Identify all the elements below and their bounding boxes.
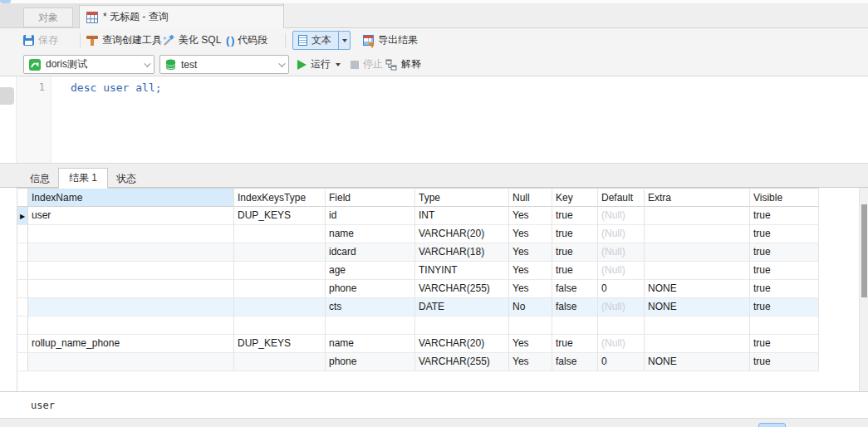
grid-column-header[interactable]: IndexName [28, 188, 234, 207]
grid-corner-cell[interactable] [17, 188, 28, 207]
grid-column-header[interactable]: Field [326, 188, 415, 207]
grid-cell[interactable]: (Null) [598, 298, 645, 317]
grid-cell[interactable] [645, 243, 750, 262]
grid-cell[interactable] [415, 317, 509, 335]
grid-cell[interactable] [234, 298, 326, 317]
grid-cell[interactable] [598, 317, 645, 335]
grid-cell[interactable]: true [552, 225, 598, 243]
query-builder-button[interactable]: 查询创建工具 [86, 28, 162, 52]
grid-cell[interactable]: true [750, 207, 819, 225]
grid-cell[interactable] [645, 317, 750, 335]
grid-cell[interactable] [645, 335, 750, 353]
grid-cell[interactable]: true [750, 262, 819, 280]
grid-cell[interactable] [28, 262, 234, 280]
grid-cell[interactable]: rollup_name_phone [28, 335, 234, 353]
grid-column-header[interactable]: Type [415, 188, 509, 207]
grid-cell[interactable]: (Null) [598, 225, 645, 243]
grid-column-header[interactable]: Key [552, 188, 598, 207]
grid-cell[interactable]: Yes [509, 335, 552, 353]
grid-cell[interactable]: VARCHAR(255) [415, 353, 509, 371]
grid-cell[interactable]: VARCHAR(20) [415, 335, 509, 353]
grid-cell[interactable]: (Null) [598, 243, 645, 262]
grid-cell[interactable]: age [326, 262, 415, 280]
grid-cell[interactable] [234, 243, 326, 262]
grid-cell[interactable]: true [552, 335, 598, 353]
grid-cell[interactable]: idcard [326, 243, 415, 262]
grid-cell[interactable]: Yes [509, 262, 552, 280]
save-button[interactable]: 保存 [23, 28, 58, 52]
row-header-cell[interactable] [17, 225, 28, 243]
grid-cell[interactable]: false [552, 353, 598, 371]
grid-cell[interactable]: NONE [645, 298, 750, 317]
grid-cell[interactable]: 0 [598, 353, 645, 371]
grid-column-header[interactable]: Extra [645, 188, 750, 207]
grid-cell[interactable]: true [750, 353, 819, 371]
grid-cell[interactable]: true [750, 225, 819, 243]
grid-cell[interactable] [28, 298, 234, 317]
row-header-cell[interactable] [17, 280, 28, 298]
run-button[interactable]: 运行 [297, 52, 331, 76]
grid-cell[interactable] [645, 225, 750, 243]
grid-cell[interactable]: true [552, 243, 598, 262]
grid-cell[interactable]: VARCHAR(18) [415, 243, 509, 262]
tab-query-active[interactable]: * 无标题 - 查询 [79, 5, 284, 28]
grid-cell[interactable]: true [750, 243, 819, 262]
tab-status[interactable]: 状态 [106, 169, 146, 188]
beautify-sql-button[interactable]: 美化 SQL [163, 28, 221, 52]
grid-cell[interactable]: INT [415, 207, 509, 225]
grid-column-header[interactable]: IndexKeysType [234, 188, 326, 207]
grid-cell[interactable]: Yes [509, 353, 552, 371]
run-dropdown[interactable] [336, 52, 341, 76]
grid-cell[interactable] [28, 243, 234, 262]
grid-vertical-scrollbar[interactable] [859, 188, 868, 391]
grid-cell[interactable]: (Null) [598, 262, 645, 280]
export-results-button[interactable]: 导出结果 [363, 28, 418, 52]
scrollbar-thumb[interactable] [861, 204, 867, 297]
grid-cell[interactable] [234, 262, 326, 280]
grid-column-header[interactable]: Null [509, 188, 552, 207]
grid-cell[interactable]: true [552, 262, 598, 280]
grid-cell[interactable]: false [552, 280, 598, 298]
grid-cell[interactable]: (Null) [598, 335, 645, 353]
grid-cell[interactable] [234, 225, 326, 243]
grid-cell[interactable]: Yes [509, 243, 552, 262]
row-header-cell[interactable] [17, 298, 28, 317]
row-header-cell[interactable] [17, 317, 28, 335]
grid-cell[interactable]: No [509, 298, 552, 317]
grid-cell[interactable] [28, 225, 234, 243]
code-snippet-button[interactable]: ( ) 代码段 [226, 28, 267, 52]
grid-cell[interactable] [552, 317, 598, 335]
grid-cell[interactable] [28, 317, 234, 335]
text-view-dropdown[interactable] [338, 32, 350, 49]
row-header-cell[interactable] [17, 243, 28, 262]
text-view-button[interactable]: 文本 [292, 31, 351, 50]
row-header-cell[interactable] [17, 335, 28, 353]
row-header-cell[interactable] [17, 353, 28, 371]
sql-code-line[interactable]: desc user all; [71, 81, 162, 94]
grid-cell[interactable]: (Null) [598, 207, 645, 225]
grid-cell[interactable] [28, 280, 234, 298]
grid-cell[interactable]: phone [326, 280, 415, 298]
grid-cell[interactable]: DUP_KEYS [234, 335, 326, 353]
row-header-cell[interactable]: ▶ [17, 207, 28, 225]
grid-cell[interactable]: Yes [509, 280, 552, 298]
grid-column-header[interactable]: Visible [750, 188, 819, 207]
tab-objects[interactable]: 对象 [23, 7, 73, 27]
grid-cell[interactable]: false [552, 298, 598, 317]
stop-button[interactable]: 停止 [351, 52, 383, 76]
grid-cell[interactable] [750, 317, 819, 335]
grid-cell[interactable]: NONE [645, 353, 750, 371]
grid-cell[interactable]: TINYINT [415, 262, 509, 280]
grid-cell[interactable]: true [750, 280, 819, 298]
tab-result-1[interactable]: 结果 1 [58, 168, 108, 189]
grid-cell[interactable]: 0 [598, 280, 645, 298]
explain-button[interactable]: 解释 [385, 52, 421, 76]
grid-cell[interactable]: name [326, 225, 415, 243]
grid-cell[interactable] [28, 353, 234, 371]
grid-cell[interactable] [234, 317, 326, 335]
grid-cell[interactable] [645, 207, 750, 225]
grid-cell[interactable]: id [326, 207, 415, 225]
row-header-cell[interactable] [17, 262, 28, 280]
grid-cell[interactable]: cts [326, 298, 415, 317]
grid-cell[interactable]: DUP_KEYS [234, 207, 326, 225]
